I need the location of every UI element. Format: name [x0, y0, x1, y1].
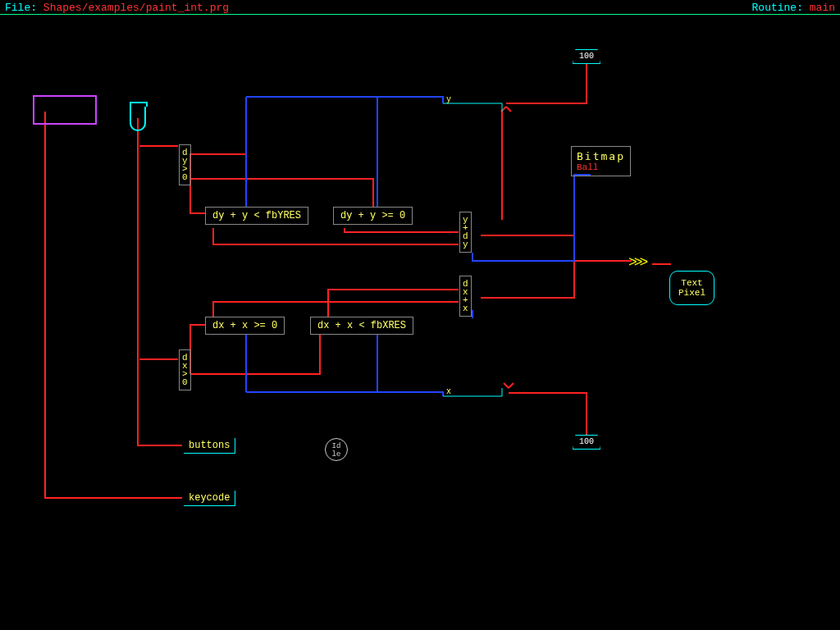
routine-label: Routine: — [752, 2, 803, 14]
out-buttons[interactable]: buttons — [184, 438, 235, 454]
out-keycode[interactable]: keycode — [184, 491, 235, 506]
var-x[interactable]: x — [446, 387, 451, 396]
mouse-source-icon[interactable] — [130, 107, 146, 131]
keyboard-source-icon[interactable] — [33, 95, 97, 125]
wire-layer — [0, 15, 840, 630]
var-y[interactable]: y — [446, 95, 451, 104]
expr-y-plus-dy[interactable]: y + d y — [459, 212, 472, 253]
file-path: Shapes/examples/paint_int.prg — [43, 2, 229, 14]
const-top[interactable]: 100 — [573, 49, 600, 64]
const-bottom[interactable]: 100 — [573, 435, 600, 450]
file-label: File: — [5, 2, 37, 14]
text-pixel-node[interactable]: Text Pixel — [669, 271, 714, 305]
idle-node[interactable]: Id le — [325, 438, 348, 461]
cond-dx-gt-0[interactable]: d x > 0 — [179, 349, 191, 390]
diagram-canvas[interactable]: 100 100 y x d y > 0 d x > 0 y + d y d x … — [0, 15, 840, 630]
cond-dy-gt-0[interactable]: d y > 0 — [179, 144, 191, 185]
cond-dy-y-lt-yres[interactable]: dy + y < fbYRES — [205, 207, 308, 225]
cond-dy-y-ge-0[interactable]: dy + y >= 0 — [333, 207, 413, 225]
header-bar: File: Shapes/examples/paint_int.prg Rout… — [0, 0, 840, 15]
bitmap-sub: Ball — [577, 162, 625, 172]
expr-dx-plus-x[interactable]: d x + x — [459, 276, 472, 317]
chevron-icon[interactable]: >>> — [628, 254, 645, 271]
routine-name: main — [810, 2, 835, 14]
bitmap-title: Bitmap — [577, 150, 625, 162]
cond-dx-x-ge-0[interactable]: dx + x >= 0 — [205, 317, 285, 335]
bitmap-node[interactable]: Bitmap Ball — [571, 146, 631, 176]
cond-dx-x-lt-xres[interactable]: dx + x < fbXRES — [310, 317, 413, 335]
